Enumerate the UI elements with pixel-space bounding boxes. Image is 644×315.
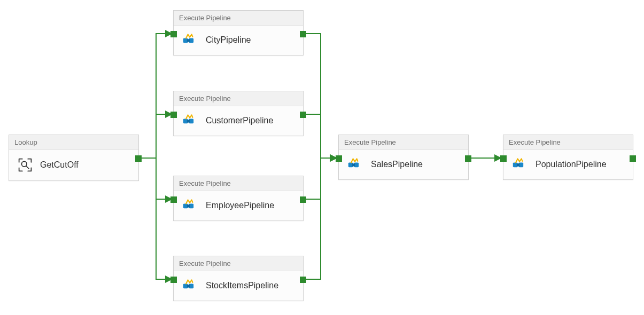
output-port[interactable] <box>300 112 306 118</box>
activity-employee[interactable]: Execute Pipeline EmployeePipeline <box>173 176 304 221</box>
pipeline-icon <box>182 33 198 47</box>
activity-type-label: Execute Pipeline <box>174 11 303 26</box>
activity-type-label: Execute Pipeline <box>339 135 468 150</box>
activity-name-label: GetCutOff <box>40 160 79 170</box>
output-port[interactable] <box>465 155 471 162</box>
svg-rect-13 <box>187 285 190 287</box>
output-port[interactable] <box>135 155 142 162</box>
svg-rect-10 <box>187 204 190 207</box>
svg-rect-16 <box>352 163 355 166</box>
activity-customer[interactable]: Execute Pipeline CustomerPipeline <box>173 91 304 136</box>
input-port[interactable] <box>170 112 177 118</box>
output-port[interactable] <box>630 155 636 162</box>
activity-type-label: Execute Pipeline <box>503 135 633 150</box>
pipeline-icon <box>512 158 528 171</box>
activity-type-label: Execute Pipeline <box>174 176 303 191</box>
activity-type-label: Execute Pipeline <box>174 256 303 271</box>
activity-name-label: StockItemsPipeline <box>206 281 278 290</box>
activity-population[interactable]: Execute Pipeline PopulationPipeline <box>503 135 633 180</box>
activity-name-label: PopulationPipeline <box>536 160 607 169</box>
input-port[interactable] <box>500 155 507 162</box>
pipeline-icon <box>347 158 363 171</box>
output-port[interactable] <box>300 277 306 283</box>
svg-line-1 <box>26 166 29 169</box>
pipeline-icon <box>182 199 198 212</box>
output-port[interactable] <box>300 31 306 37</box>
activity-type-label: Execute Pipeline <box>174 91 303 106</box>
activity-name-label: EmployeePipeline <box>206 201 274 210</box>
activity-city[interactable]: Execute Pipeline CityPipeline <box>173 10 304 56</box>
svg-rect-4 <box>187 39 190 42</box>
pipeline-icon <box>182 279 198 293</box>
output-port[interactable] <box>300 196 306 203</box>
activity-stockitems[interactable]: Execute Pipeline StockItemsPipeline <box>173 256 304 301</box>
activity-name-label: CityPipeline <box>206 35 251 45</box>
input-port[interactable] <box>336 155 342 162</box>
activity-type-label: Lookup <box>9 135 138 150</box>
svg-rect-19 <box>517 163 519 166</box>
activity-sales[interactable]: Execute Pipeline SalesPipeline <box>338 135 469 180</box>
pipeline-icon <box>182 114 198 128</box>
activity-name-label: CustomerPipeline <box>206 116 273 125</box>
svg-rect-7 <box>187 120 190 122</box>
input-port[interactable] <box>170 277 177 283</box>
lookup-icon <box>18 158 33 172</box>
activity-name-label: SalesPipeline <box>371 160 423 169</box>
input-port[interactable] <box>170 31 177 37</box>
input-port[interactable] <box>170 196 177 203</box>
activity-getcutoff[interactable]: Lookup GetCutOff <box>9 135 139 181</box>
